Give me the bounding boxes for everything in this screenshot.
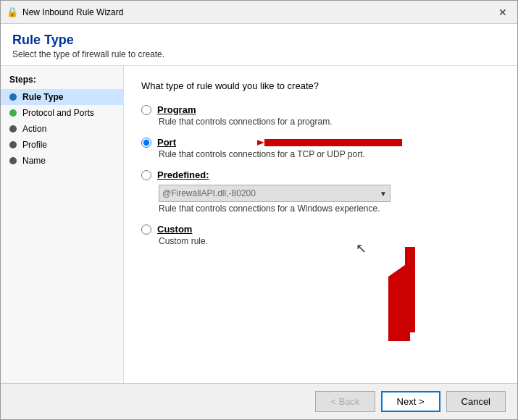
option-program-label[interactable]: Program — [157, 104, 196, 115]
sidebar-item-label: Rule Type — [22, 92, 63, 102]
predefined-dropdown[interactable]: @FirewallAPI.dll,-80200 ▼ — [159, 185, 390, 202]
content-area: Steps: Rule Type Protocol and Ports Acti… — [1, 66, 517, 383]
option-custom-desc: Custom rule. — [159, 236, 500, 246]
option-program: Program Rule that controls connections f… — [141, 104, 500, 127]
sidebar: Steps: Rule Type Protocol and Ports Acti… — [1, 66, 124, 383]
footer: < Back Next > Cancel — [1, 383, 517, 419]
main-panel: What type of rule would you like to crea… — [124, 66, 517, 383]
dot-icon — [9, 125, 17, 133]
radio-custom[interactable] — [141, 224, 151, 235]
close-button[interactable]: ✕ — [494, 5, 511, 20]
radio-port[interactable] — [141, 138, 151, 148]
option-port-label[interactable]: Port — [157, 137, 176, 148]
page-subtitle: Select the type of firewall rule to crea… — [12, 49, 506, 59]
option-predefined: Predefined: @FirewallAPI.dll,-80200 ▼ Ru… — [141, 169, 500, 214]
radio-predefined[interactable] — [141, 170, 151, 180]
sidebar-item-label: Name — [22, 156, 46, 166]
next-button[interactable]: Next > — [381, 391, 440, 412]
window-title: New Inbound Rule Wizard — [22, 7, 494, 17]
sidebar-item-action[interactable]: Action — [1, 121, 123, 137]
dropdown-arrow-icon: ▼ — [380, 190, 387, 198]
dot-icon — [9, 93, 17, 101]
window-icon: 🔒 — [7, 7, 18, 18]
arrow-down-icon — [388, 247, 432, 341]
option-custom-row: Custom — [141, 224, 500, 235]
back-button[interactable]: < Back — [315, 391, 375, 412]
option-custom-label[interactable]: Custom — [157, 224, 192, 235]
arrow-left-icon — [257, 133, 402, 153]
option-port-row: Port — [141, 137, 500, 148]
option-program-desc: Rule that controls connections for a pro… — [159, 117, 500, 127]
wizard-window: 🔒 New Inbound Rule Wizard ✕ Rule Type Se… — [0, 0, 518, 420]
option-predefined-label[interactable]: Predefined: — [157, 169, 209, 180]
steps-label: Steps: — [1, 75, 123, 89]
page-title: Rule Type — [12, 33, 506, 48]
option-predefined-row: Predefined: — [141, 169, 500, 180]
option-custom: Custom Custom rule. — [141, 224, 500, 246]
predefined-select-area: @FirewallAPI.dll,-80200 ▼ — [159, 185, 500, 202]
page-header: Rule Type Select the type of firewall ru… — [1, 24, 517, 66]
dot-icon — [9, 109, 17, 117]
sidebar-item-name[interactable]: Name — [1, 153, 123, 169]
titlebar: 🔒 New Inbound Rule Wizard ✕ — [1, 1, 517, 24]
option-group: Program Rule that controls connections f… — [141, 104, 500, 246]
option-program-row: Program — [141, 104, 500, 115]
dot-icon — [9, 141, 17, 148]
cancel-button[interactable]: Cancel — [446, 391, 506, 412]
question-text: What type of rule would you like to crea… — [141, 80, 500, 91]
sidebar-item-rule-type[interactable]: Rule Type — [1, 89, 123, 105]
radio-program[interactable] — [141, 105, 151, 115]
sidebar-item-profile[interactable]: Profile — [1, 137, 123, 153]
option-predefined-desc: Rule that controls connections for a Win… — [159, 203, 500, 214]
sidebar-item-label: Action — [22, 124, 46, 134]
sidebar-item-label: Profile — [22, 140, 47, 150]
dot-icon — [9, 157, 17, 164]
predefined-value: @FirewallAPI.dll,-80200 — [162, 188, 256, 198]
sidebar-item-protocol-ports[interactable]: Protocol and Ports — [1, 105, 123, 121]
sidebar-item-label: Protocol and Ports — [22, 108, 94, 118]
option-port: Port Rule that controls connections for … — [141, 137, 500, 159]
